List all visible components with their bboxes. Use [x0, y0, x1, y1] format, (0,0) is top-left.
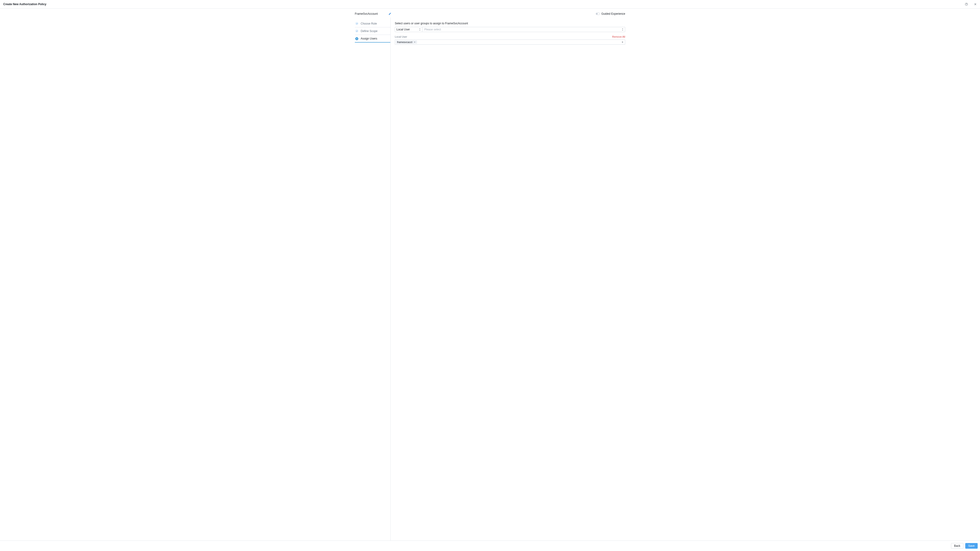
- policy-name: FrameSvcAccount: [355, 12, 378, 16]
- step-number-badge: 3: [355, 37, 358, 40]
- remove-all-link[interactable]: Remove All: [612, 35, 625, 38]
- main-panel: Select users or user groups to assign to…: [391, 18, 625, 540]
- close-icon[interactable]: [973, 2, 978, 6]
- subheader-left: FrameSvcAccount: [355, 12, 391, 16]
- updown-icon: [419, 28, 421, 31]
- dialog-body: FrameSvcAccount Guided Experience: [0, 9, 980, 551]
- dialog-title: Create New Authorization Policy: [3, 3, 46, 6]
- check-icon: [355, 22, 358, 25]
- help-icon[interactable]: [964, 2, 969, 6]
- content-inner: FrameSvcAccount Guided Experience: [355, 9, 625, 540]
- header-actions: [964, 2, 978, 6]
- user-combo[interactable]: Please select: [422, 27, 625, 32]
- guided-label: Guided Experience: [601, 12, 625, 16]
- user-type-value: Local User: [396, 28, 410, 31]
- two-column: Choose Role Define Scope 3 Assign Users: [355, 18, 625, 540]
- step-define-scope[interactable]: Define Scope: [355, 27, 390, 35]
- guided-toggle[interactable]: [596, 13, 600, 15]
- back-button[interactable]: Back: [951, 543, 963, 549]
- subheader: FrameSvcAccount Guided Experience: [355, 9, 625, 18]
- updown-icon: [622, 28, 624, 31]
- user-chip: framesvcacct: [396, 40, 417, 44]
- remove-chip-icon[interactable]: [414, 41, 415, 43]
- content-shell: FrameSvcAccount Guided Experience: [0, 9, 980, 540]
- guided-experience: Guided Experience: [596, 12, 625, 16]
- selected-users-box[interactable]: framesvcacct: [395, 40, 625, 45]
- wizard-sidebar: Choose Role Define Scope 3 Assign Users: [355, 18, 391, 540]
- check-icon: [355, 29, 358, 32]
- dialog-footer: Back Save: [0, 540, 980, 551]
- user-chip-label: framesvcacct: [397, 41, 412, 43]
- section-label: Local User: [395, 35, 407, 38]
- edit-icon[interactable]: [388, 13, 391, 15]
- save-button[interactable]: Save: [965, 543, 978, 549]
- user-type-select[interactable]: Local User: [395, 27, 422, 32]
- section-row: Local User Remove All: [395, 35, 625, 38]
- select-row: Local User Please select: [395, 27, 625, 32]
- step-label: Define Scope: [361, 29, 377, 33]
- step-choose-role[interactable]: Choose Role: [355, 20, 390, 27]
- assign-instruction: Select users or user groups to assign to…: [395, 22, 625, 25]
- user-combo-placeholder: Please select: [424, 28, 441, 31]
- step-assign-users[interactable]: 3 Assign Users: [355, 35, 390, 42]
- dialog-header: Create New Authorization Policy: [0, 0, 980, 9]
- step-label: Choose Role: [361, 22, 377, 25]
- step-label: Assign Users: [361, 37, 377, 40]
- svg-point-1: [966, 5, 967, 5]
- clear-all-icon[interactable]: [622, 41, 624, 43]
